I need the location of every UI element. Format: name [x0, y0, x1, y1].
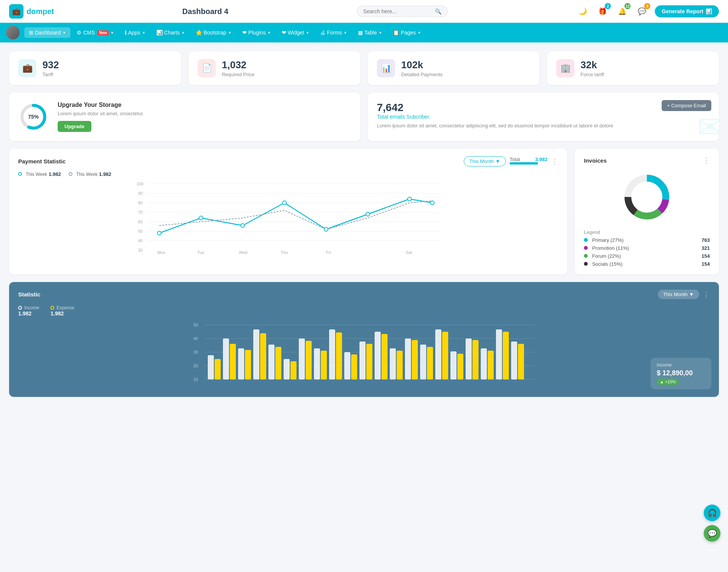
force-tariff-value: 32k: [581, 59, 604, 71]
income-legend-value: 1.982: [18, 310, 39, 317]
topbar-actions: 🌙 🎁 2 🔔 12 💬 5 Generate Report 📊: [576, 5, 719, 18]
gift-button[interactable]: 🎁 2: [596, 5, 609, 18]
logo: 💼 dompet: [9, 4, 54, 19]
tariff-icon: 💼: [18, 59, 36, 77]
nav-item-pages[interactable]: 📋 Pages ▼: [388, 27, 426, 38]
income-legend-dot: [18, 306, 22, 310]
svg-text:50: 50: [138, 229, 143, 234]
generate-report-button[interactable]: Generate Report 📊: [655, 5, 719, 17]
legend-val-1: 1.982: [49, 171, 61, 177]
svg-rect-79: [397, 351, 403, 379]
svg-text:60: 60: [138, 219, 143, 224]
expense-legend-label: Expense: [56, 305, 74, 310]
statistic-legend-row: Income 1.982 Expense 1.982: [18, 305, 710, 317]
statistic-filter-label: This Month: [663, 291, 687, 297]
statistic-more-options-icon[interactable]: ⋮: [703, 290, 710, 299]
income-panel-value: $ 12,890,00: [657, 369, 705, 377]
nav-item-cms[interactable]: ⚙ CMS New ▼: [72, 27, 119, 38]
bootstrap-icon: ⭐: [196, 30, 202, 36]
widget-icon: ❤: [282, 30, 286, 36]
svg-text:30: 30: [193, 350, 198, 354]
statistic-filter-button[interactable]: This Month ▼: [658, 290, 699, 299]
svg-rect-65: [496, 329, 502, 379]
svg-rect-60: [420, 345, 426, 379]
payment-filter-button[interactable]: This Month ▼: [464, 156, 506, 166]
svg-text:10: 10: [193, 377, 198, 382]
message-button[interactable]: 💬 5: [635, 5, 649, 18]
invoices-header: Invoices ⋮: [584, 156, 710, 165]
search-input[interactable]: [363, 8, 432, 14]
svg-rect-85: [488, 351, 494, 379]
nav-item-widget[interactable]: ❤ Widget ▼: [277, 27, 314, 38]
search-bar[interactable]: 🔍: [357, 6, 448, 17]
tariff-value: 932: [42, 59, 59, 71]
detalled-payments-value: 102k: [401, 59, 442, 71]
svg-rect-70: [260, 333, 266, 379]
message-icon: 💬: [638, 7, 646, 16]
main-content: 💼 932 Tariff 📄 1,032 Required Price 📊 10…: [0, 42, 728, 406]
nav-item-dashboard[interactable]: ⊞ Dashboard ▼: [24, 27, 71, 38]
statistic-title: Statistic: [18, 291, 40, 298]
forum-dot: [584, 254, 588, 258]
logo-icon: 💼: [9, 4, 24, 19]
nav-item-plugins[interactable]: ❤ Plugins ▼: [238, 27, 276, 38]
svg-text:30: 30: [138, 248, 143, 252]
total-label: Total: [510, 157, 520, 162]
invoices-legend: Primary (27%) 763 Promotion (11%) 321 Fo…: [584, 237, 710, 267]
expense-legend: Expense 1.982: [50, 305, 74, 317]
svg-rect-68: [230, 344, 236, 379]
payment-chart-title: Payment Statistic: [18, 158, 66, 165]
nav-item-apps[interactable]: ℹ Apps ▼: [120, 27, 150, 38]
forum-label: Forum (22%): [592, 253, 621, 259]
svg-rect-77: [366, 344, 372, 379]
nav-item-bootstrap[interactable]: ⭐ Bootstrap ▼: [191, 27, 236, 38]
svg-rect-46: [208, 355, 214, 379]
legend-dot-teal: [18, 172, 22, 176]
nav-label-forms: Forms: [327, 30, 342, 36]
svg-rect-69: [245, 350, 251, 379]
stat-card-detalled-payments: 📊 102k Detalled Payments: [368, 52, 540, 85]
more-options-icon[interactable]: ⋮: [551, 157, 558, 166]
legend-val-2: 1.982: [99, 171, 111, 177]
chevron-down-icon-apps: ▼: [142, 31, 146, 35]
storage-donut: 75%: [18, 102, 49, 132]
invoices-more-options-icon[interactable]: ⋮: [703, 156, 710, 165]
upgrade-button[interactable]: Upgrade: [58, 121, 91, 132]
chevron-down-icon-stat: ▼: [689, 291, 694, 297]
statistic-header: Statistic This Month ▼ ⋮: [18, 290, 710, 299]
chevron-down-icon: ▼: [63, 31, 66, 35]
svg-rect-63: [466, 338, 472, 379]
svg-rect-76: [351, 354, 357, 379]
middle-row: 75% Upgrade Your Storage Lorem ipsum dol…: [9, 92, 719, 141]
svg-rect-61: [435, 329, 441, 379]
storage-description: Lorem ipsum dolor sit amet, onsectetur.: [58, 111, 144, 116]
svg-rect-64: [481, 348, 487, 379]
bell-button[interactable]: 🔔 12: [615, 5, 629, 18]
payment-chart-card: Payment Statistic This Month ▼ Total 3.9…: [9, 149, 567, 274]
nav-item-forms[interactable]: 🖨 Forms ▼: [315, 27, 352, 38]
svg-rect-53: [314, 348, 320, 379]
nav-item-charts[interactable]: 📊 Charts ▼: [152, 27, 190, 38]
svg-rect-84: [472, 340, 479, 379]
svg-text:Sat: Sat: [406, 250, 412, 255]
storage-card: 75% Upgrade Your Storage Lorem ipsum dol…: [9, 92, 360, 141]
email-card: + Compose Email 7,642 Total emails Subcr…: [368, 92, 719, 141]
svg-text:90: 90: [138, 191, 143, 196]
pages-icon: 📋: [393, 30, 399, 36]
stat-cards-row: 💼 932 Tariff 📄 1,032 Required Price 📊 10…: [9, 52, 719, 85]
generate-report-label: Generate Report: [662, 8, 703, 14]
svg-text:80: 80: [138, 201, 143, 205]
nav-label-plugins: Plugins: [248, 30, 266, 36]
invoice-legend-socials: Socials (15%) 154: [584, 261, 710, 267]
payment-line-chart: 100 90 80 70 60 50 40 30: [18, 180, 558, 256]
moon-icon: 🌙: [579, 7, 587, 16]
chevron-down-icon-cms: ▼: [110, 31, 114, 35]
dark-mode-button[interactable]: 🌙: [576, 5, 590, 18]
svg-rect-55: [344, 352, 350, 379]
chevron-down-icon-payment: ▼: [495, 158, 500, 164]
nav-item-table[interactable]: ▦ Table ▼: [353, 27, 387, 38]
svg-rect-62: [450, 351, 457, 379]
stat-card-tariff: 💼 932 Tariff: [9, 52, 181, 85]
payment-chart-header: Payment Statistic This Month ▼ Total 3.9…: [18, 156, 558, 166]
search-icon: 🔍: [435, 8, 441, 14]
